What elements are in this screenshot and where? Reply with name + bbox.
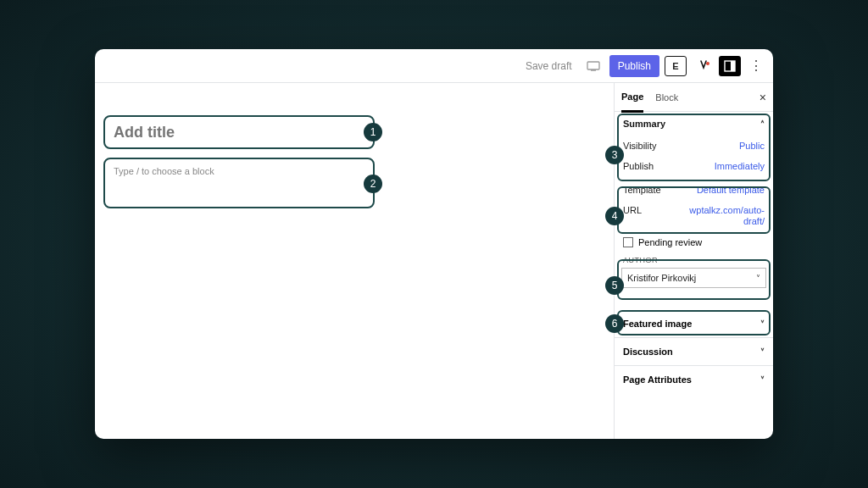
summary-panel: Summary ˄ Visibility Public Publish Imme…: [615, 112, 773, 295]
annotation-badge-3: 3: [605, 146, 624, 164]
publish-button[interactable]: Publish: [609, 55, 659, 77]
svg-rect-0: [587, 62, 599, 69]
save-draft-link[interactable]: Save draft: [520, 57, 577, 75]
publish-label: Publish: [623, 161, 654, 171]
chevron-down-icon: ˅: [756, 274, 760, 283]
url-value[interactable]: wptalkz.com/auto-draft/: [684, 205, 765, 227]
pending-review-checkbox[interactable]: [623, 237, 633, 247]
featured-image-label: Featured image: [623, 319, 692, 329]
visibility-row: Visibility Public: [615, 136, 773, 156]
settings-sidebar: Page Block × Summary ˄ Visibility Public…: [614, 83, 773, 439]
editor-canvas: 1 Type / to choose a block 2: [95, 83, 614, 439]
visibility-label: Visibility: [623, 141, 657, 151]
preview-icon[interactable]: [582, 56, 604, 76]
top-toolbar: Save draft Publish E ⋮: [95, 49, 773, 83]
annotation-badge-5: 5: [605, 276, 624, 295]
chevron-down-icon: ˅: [760, 319, 765, 329]
summary-heading-label: Summary: [623, 119, 665, 129]
annotation-badge-2: 2: [364, 175, 382, 193]
template-row: Template Default template: [615, 176, 773, 200]
settings-panel-icon[interactable]: [719, 56, 741, 76]
spacer: [615, 295, 773, 310]
block-prompt-text: Type / to choose a block: [114, 166, 214, 176]
discussion-section[interactable]: Discussion ˅: [615, 337, 773, 365]
chevron-down-icon: ˅: [760, 375, 765, 385]
author-value: Kristifor Pirkovikj: [627, 273, 696, 283]
yoast-icon[interactable]: [692, 56, 714, 76]
page-attributes-label: Page Attributes: [623, 374, 692, 385]
chevron-up-icon: ˄: [760, 119, 765, 129]
title-input-area[interactable]: 1: [103, 115, 375, 149]
author-heading: AUTHOR: [615, 252, 773, 266]
elementor-icon[interactable]: E: [665, 56, 687, 76]
tab-block[interactable]: Block: [655, 84, 678, 111]
editor-window: Save draft Publish E ⋮ 1 Type / to choos…: [95, 49, 773, 439]
svg-point-1: [706, 62, 709, 65]
sidebar-tabs: Page Block ×: [615, 83, 773, 112]
featured-image-section[interactable]: Featured image ˅: [615, 310, 773, 337]
chevron-down-icon: ˅: [760, 347, 765, 357]
svg-rect-3: [731, 61, 735, 71]
featured-image-panel-wrap: Featured image ˅ 6: [615, 310, 773, 337]
tab-page[interactable]: Page: [621, 83, 643, 113]
url-label: URL: [623, 205, 642, 227]
pending-review-label: Pending review: [638, 237, 702, 247]
template-label: Template: [623, 185, 661, 195]
visibility-value[interactable]: Public: [739, 141, 765, 151]
author-select[interactable]: Kristifor Pirkovikj ˅: [621, 268, 766, 288]
annotation-badge-4: 4: [605, 207, 624, 225]
editor-body: 1 Type / to choose a block 2 Page Block …: [95, 83, 773, 439]
summary-heading[interactable]: Summary ˄: [615, 112, 773, 136]
pending-review-row[interactable]: Pending review: [615, 232, 773, 252]
more-menu-icon[interactable]: ⋮: [746, 58, 766, 74]
close-sidebar-icon[interactable]: ×: [760, 91, 766, 104]
publish-value[interactable]: Immediately: [715, 161, 765, 171]
url-row: URL wptalkz.com/auto-draft/: [615, 200, 773, 232]
discussion-label: Discussion: [623, 347, 673, 357]
page-attributes-section[interactable]: Page Attributes ˅: [615, 365, 773, 393]
template-value[interactable]: Default template: [697, 185, 765, 195]
publish-row: Publish Immediately: [615, 156, 773, 176]
block-prompt-area[interactable]: Type / to choose a block 2: [103, 158, 375, 208]
annotation-badge-1: 1: [364, 123, 382, 141]
title-input[interactable]: [114, 124, 364, 141]
